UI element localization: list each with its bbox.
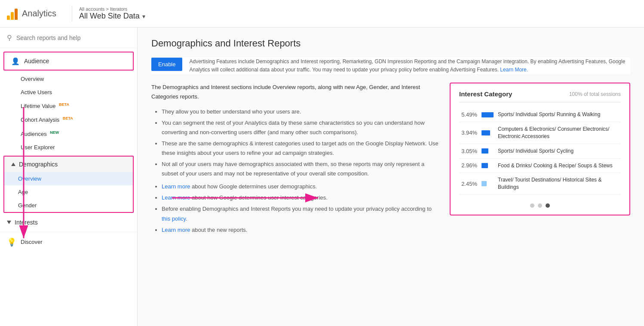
sidebar-item-active-users[interactable]: Active Users xyxy=(0,86,137,99)
learn-more-reports-link[interactable]: Learn more xyxy=(162,227,190,233)
lightbulb-icon: 💡 xyxy=(7,237,16,247)
link-list: Learn more about how Google determines u… xyxy=(151,182,439,234)
interest-bar-3 xyxy=(481,163,494,168)
breadcrumb-sep: > xyxy=(106,6,108,12)
sidebar-item-overview[interactable]: Overview xyxy=(0,72,137,86)
expand-icon xyxy=(7,221,11,224)
audience-label: Audience xyxy=(24,58,49,65)
breadcrumb: All accounts > Iterators xyxy=(79,6,145,12)
interest-name-4: Travel/ Tourist Destinations/ Historical… xyxy=(498,176,621,191)
new-badge-audiences: NEW xyxy=(50,130,59,135)
sidebar-item-demographics-overview[interactable]: Overview xyxy=(4,172,133,185)
dot-2[interactable] xyxy=(538,203,542,208)
beta-badge-cohort: BETA xyxy=(63,116,73,120)
app-title: Analytics xyxy=(22,9,56,18)
sidebar-item-discover[interactable]: 💡 Discover xyxy=(0,232,137,252)
sidebar-item-interests[interactable]: Interests xyxy=(0,215,137,230)
audience-nav-item[interactable]: 👤 Audience xyxy=(3,52,134,71)
site-selector[interactable]: All Web Site Data ▾ xyxy=(79,12,145,21)
interests-label: Interests xyxy=(15,219,38,226)
learn-more-link[interactable]: Learn More. xyxy=(500,67,528,73)
collapse-icon xyxy=(11,163,15,166)
bullet-4: Not all of your users may have demograph… xyxy=(162,160,439,178)
card-pagination-dots xyxy=(459,203,621,208)
interest-pct-0: 5.49% xyxy=(459,111,477,118)
search-icon: ⚲ xyxy=(7,34,12,42)
page-title: Demographics and Interest Reports xyxy=(151,38,630,49)
logo-icon xyxy=(7,8,18,20)
logo-area: Analytics xyxy=(7,8,56,20)
demographics-label: Demographics xyxy=(19,161,58,168)
link-4: Learn more about the new reports. xyxy=(162,225,439,235)
sidebar-item-demographics-age[interactable]: Age xyxy=(4,185,133,199)
main-content: Demographics and Interest Reports Enable… xyxy=(138,28,644,326)
person-icon: 👤 xyxy=(11,57,20,65)
interest-pct-3: 2.96% xyxy=(459,162,477,169)
demographics-section: Demographics Overview Age Gender xyxy=(3,156,134,213)
link-2: Learn more about how Google determines u… xyxy=(162,193,439,203)
content-columns: The Demographics and Interest sections i… xyxy=(151,83,630,238)
interest-name-0: Sports/ Individual Sports/ Running & Wal… xyxy=(498,111,600,118)
interest-pct-1: 3.94% xyxy=(459,129,477,136)
header-divider xyxy=(72,6,72,22)
app-header: Analytics All accounts > Iterators All W… xyxy=(0,0,644,28)
link-3: Before enabling Demographics and Interes… xyxy=(162,204,439,223)
bullet-2: You can segment the rest of your Analyti… xyxy=(162,118,439,137)
interest-pct-4: 2.45% xyxy=(459,181,477,187)
interest-name-2: Sports/ Individual Sports/ Cycling xyxy=(498,148,573,155)
search-bar[interactable]: ⚲ xyxy=(0,28,137,48)
card-header: Interest Category 100% of total sessions xyxy=(459,90,621,102)
interest-bar-0 xyxy=(481,112,494,117)
enable-button[interactable]: Enable xyxy=(151,58,182,71)
sidebar: ⚲ 👤 Audience Overview Active Users Lifet… xyxy=(0,28,138,326)
bullet-1: They allow you to better understand who … xyxy=(162,107,439,117)
discover-label: Discover xyxy=(21,239,43,245)
main-layout: ⚲ 👤 Audience Overview Active Users Lifet… xyxy=(0,28,644,326)
learn-more-interest-link[interactable]: Learn more xyxy=(162,194,190,201)
sidebar-item-user-explorer[interactable]: User Explorer xyxy=(0,141,137,154)
learn-more-demographics-link[interactable]: Learn more xyxy=(162,183,190,190)
sidebar-item-audiences[interactable]: Audiences NEW xyxy=(0,127,137,141)
interest-bar-1 xyxy=(481,130,494,135)
sidebar-item-cohort-analysis[interactable]: Cohort Analysis BETA xyxy=(0,113,137,126)
beta-badge-lifetime: BETA xyxy=(59,102,69,107)
link-1: Learn more about how Google determines u… xyxy=(162,182,439,191)
bullet-list: They allow you to better understand who … xyxy=(151,107,439,179)
card-subtitle: 100% of total sessions xyxy=(569,91,621,97)
account-info: All accounts > Iterators All Web Site Da… xyxy=(79,6,145,21)
interest-bar-4 xyxy=(481,181,494,186)
intro-paragraph: The Demographics and Interest sections i… xyxy=(151,83,439,101)
enable-description: Advertising Features include Demographic… xyxy=(189,58,630,74)
interest-row-3: 2.96% Food & Drinks/ Cooking & Recipe/ S… xyxy=(459,159,621,173)
interest-name-1: Computers & Electronics/ Consumer Electr… xyxy=(498,126,621,140)
policy-link[interactable]: this policy xyxy=(162,215,186,222)
site-label: All Web Site Data xyxy=(79,12,140,21)
sidebar-item-lifetime-value[interactable]: Lifetime Value BETA xyxy=(0,99,137,113)
dot-3-active[interactable] xyxy=(546,203,550,208)
interest-pct-2: 3.05% xyxy=(459,148,477,154)
dot-1[interactable] xyxy=(530,203,534,208)
interest-row-2: 3.05% Sports/ Individual Sports/ Cycling xyxy=(459,144,621,159)
interest-row-1: 3.94% Computers & Electronics/ Consumer … xyxy=(459,122,621,144)
card-title: Interest Category xyxy=(459,90,512,98)
content-left: The Demographics and Interest sections i… xyxy=(151,83,439,238)
bullet-3: These are the same demographics & intere… xyxy=(162,139,439,158)
all-accounts-link[interactable]: All accounts xyxy=(79,6,104,12)
interest-bar-2 xyxy=(481,148,494,154)
interest-card: Interest Category 100% of total sessions… xyxy=(450,83,630,215)
chevron-down-icon: ▾ xyxy=(142,13,145,20)
search-input[interactable] xyxy=(16,34,130,41)
interest-name-3: Food & Drinks/ Cooking & Recipe/ Soups &… xyxy=(498,162,613,169)
sidebar-item-demographics-gender[interactable]: Gender xyxy=(4,199,133,212)
demographics-header[interactable]: Demographics xyxy=(4,157,133,172)
interest-row-4: 2.45% Travel/ Tourist Destinations/ Hist… xyxy=(459,173,621,195)
interest-row-0: 5.49% Sports/ Individual Sports/ Running… xyxy=(459,108,621,122)
enable-banner: Enable Advertising Features include Demo… xyxy=(151,58,630,74)
sub-account-link[interactable]: Iterators xyxy=(110,6,127,12)
